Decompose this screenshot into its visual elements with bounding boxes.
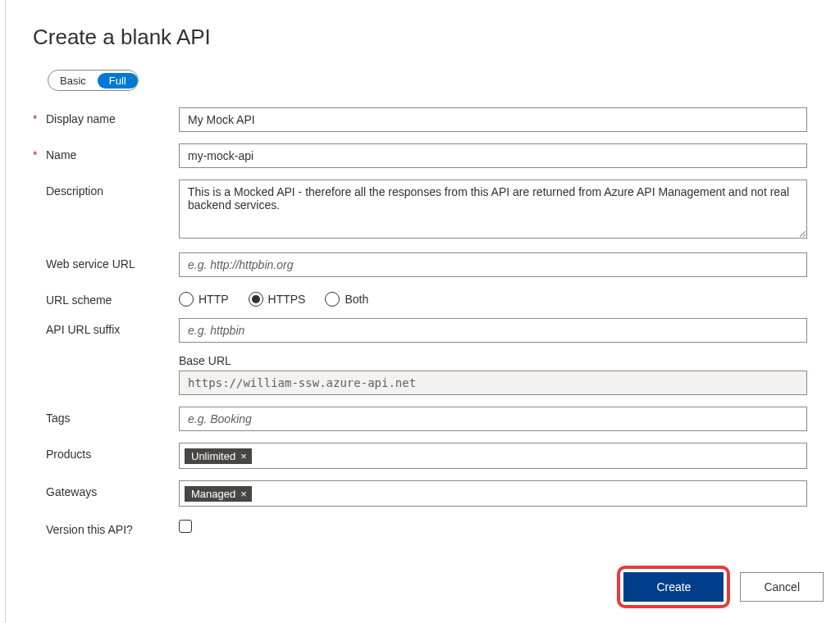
name-input[interactable] <box>179 143 807 168</box>
base-url-display: https://william-ssw.azure-api.net <box>179 371 807 395</box>
radio-label-both: Both <box>345 293 368 306</box>
display-name-input[interactable] <box>179 107 807 132</box>
products-text-input[interactable] <box>257 448 801 464</box>
chip-gateways-0: Managed × <box>185 486 252 502</box>
api-url-suffix-input[interactable] <box>179 318 807 343</box>
label-products: Products <box>46 448 91 461</box>
view-toggle[interactable]: Basic Full <box>48 70 139 91</box>
gateways-text-input[interactable] <box>257 485 801 502</box>
tags-input[interactable] <box>179 407 807 431</box>
close-icon[interactable]: × <box>240 451 247 462</box>
chip-products-0: Unlimited × <box>185 448 252 464</box>
radio-both[interactable]: Both <box>325 292 368 307</box>
close-icon[interactable]: × <box>240 489 247 499</box>
label-base-url: Base URL <box>179 354 807 367</box>
chip-label: Managed <box>191 488 235 500</box>
chip-label: Unlimited <box>191 450 235 462</box>
required-marker: * <box>33 112 43 125</box>
radio-label-https: HTTPS <box>268 293 306 306</box>
radio-icon <box>249 292 263 307</box>
label-description: Description <box>46 184 103 198</box>
highlight-ring: Create <box>617 566 730 572</box>
web-service-url-input[interactable] <box>179 252 807 277</box>
radio-icon <box>325 292 340 307</box>
label-web-service-url: Web service URL <box>46 257 135 271</box>
radio-https[interactable]: HTTPS <box>249 292 306 307</box>
radio-http[interactable]: HTTP <box>179 292 229 307</box>
page-title: Create a blank API <box>33 25 807 50</box>
label-tags: Tags <box>46 412 71 425</box>
label-display-name: Display name <box>46 112 116 125</box>
label-name: Name <box>46 148 76 161</box>
radio-label-http: HTTP <box>199 293 229 306</box>
left-divider <box>5 0 6 572</box>
required-marker: * <box>33 148 43 161</box>
gateways-input[interactable]: Managed × <box>179 480 807 507</box>
label-api-url-suffix: API URL suffix <box>46 323 120 336</box>
version-api-checkbox[interactable] <box>179 520 192 533</box>
description-input[interactable] <box>179 180 807 239</box>
label-gateways: Gateways <box>46 485 97 498</box>
toggle-basic[interactable]: Basic <box>48 73 98 89</box>
products-input[interactable]: Unlimited × <box>179 443 807 469</box>
radio-icon <box>179 292 194 307</box>
toggle-full[interactable]: Full <box>98 73 138 89</box>
label-url-scheme: URL scheme <box>46 293 112 307</box>
label-version-api: Version this API? <box>46 523 133 536</box>
